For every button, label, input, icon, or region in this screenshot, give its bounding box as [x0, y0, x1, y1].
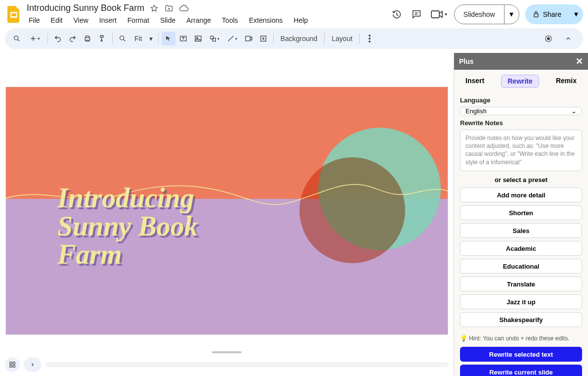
paint-format-icon[interactable]: [95, 32, 109, 46]
preset-translate[interactable]: Translate: [460, 277, 582, 291]
rewrite-current-slide-button[interactable]: Rewrite current slide: [460, 365, 582, 376]
grid-view-icon[interactable]: [5, 357, 20, 372]
svg-rect-21: [10, 365, 12, 367]
svg-rect-1: [11, 13, 16, 16]
textbox-tool-icon[interactable]: [176, 32, 190, 46]
preset-sales[interactable]: Sales: [460, 223, 582, 238]
svg-point-4: [14, 36, 18, 40]
collapse-toolbar-icon[interactable]: [561, 32, 575, 46]
redo-icon[interactable]: [66, 32, 80, 46]
notes-label: Rewrite Notes: [460, 119, 582, 127]
language-select[interactable]: English ⌄: [460, 107, 582, 115]
share-label: Share: [543, 10, 561, 18]
next-slide-icon[interactable]: [24, 357, 42, 372]
doc-title[interactable]: Introducing Sunny Book Farm: [27, 3, 144, 13]
svg-point-18: [547, 37, 550, 40]
search-menu-icon[interactable]: [10, 32, 24, 46]
menu-arrange[interactable]: Arrange: [184, 15, 213, 25]
menu-view[interactable]: View: [72, 15, 90, 25]
slide-canvas[interactable]: Introducing Sunny Book Farm: [5, 87, 448, 335]
preset-add-more-detail[interactable]: Add more detail: [460, 188, 582, 202]
close-icon[interactable]: ✕: [576, 56, 583, 67]
svg-rect-2: [431, 11, 439, 18]
chevron-down-icon: ⌄: [571, 107, 577, 115]
share-group: Share ▾: [525, 4, 583, 24]
toolbar: ▾ Fit ▾ ▾ ▾ Background Layout: [5, 28, 583, 49]
rewrite-selected-button[interactable]: Rewrite selected text: [460, 347, 582, 362]
background-button[interactable]: Background: [277, 35, 322, 43]
svg-rect-8: [195, 36, 201, 42]
svg-rect-12: [246, 36, 250, 41]
app-header: Introducing Sunny Book Farm File Edit Vi…: [0, 0, 588, 26]
language-label: Language: [460, 96, 582, 104]
insert-tool-icon[interactable]: [256, 32, 270, 46]
preset-jazz-it-up[interactable]: Jazz it up: [460, 294, 582, 309]
preset-shakespearify[interactable]: Shakespearify: [460, 312, 582, 327]
zoom-dropdown-icon[interactable]: ▾: [147, 32, 155, 46]
panel-title: Plus: [459, 57, 474, 65]
preset-label: or select a preset: [460, 176, 582, 184]
undo-icon[interactable]: [51, 32, 65, 46]
svg-rect-19: [10, 362, 12, 364]
svg-rect-22: [13, 365, 15, 367]
record-icon[interactable]: [542, 32, 555, 46]
slide-circle-shape[interactable]: [299, 157, 405, 263]
panel-tabs: Insert Rewrite Remix: [454, 70, 588, 93]
move-icon[interactable]: [164, 3, 174, 13]
preset-shorten[interactable]: Shorten: [460, 205, 582, 220]
svg-point-14: [369, 35, 371, 37]
svg-point-15: [369, 38, 371, 40]
svg-point-6: [120, 36, 124, 40]
new-slide-icon[interactable]: ▾: [25, 32, 44, 46]
tab-remix[interactable]: Remix: [550, 75, 583, 88]
tab-insert[interactable]: Insert: [460, 75, 490, 88]
slide-title-text[interactable]: Introducing Sunny Book Farm: [57, 184, 198, 269]
hint-text: 💡 Hint: You can undo + redo these edits.: [460, 335, 582, 342]
slideshow-dropdown[interactable]: ▾: [504, 5, 519, 24]
menu-help[interactable]: Help: [292, 15, 310, 25]
slideshow-group: Slideshow ▾: [454, 4, 519, 24]
rewrite-notes-input[interactable]: Provide notes on how you would like your…: [460, 130, 582, 171]
cloud-status-icon[interactable]: [179, 3, 189, 13]
filmstrip-scroll[interactable]: [45, 361, 449, 368]
preset-academic[interactable]: Academic: [460, 241, 582, 256]
slides-logo: [5, 5, 23, 23]
zoom-value[interactable]: Fit: [130, 35, 146, 43]
image-tool-icon[interactable]: [191, 32, 205, 46]
bottom-bar: [0, 353, 454, 376]
comment-icon[interactable]: [410, 7, 423, 21]
star-icon[interactable]: [149, 3, 159, 13]
history-icon[interactable]: [390, 7, 404, 21]
slideshow-button[interactable]: Slideshow: [455, 5, 504, 24]
shape-tool-icon[interactable]: ▾: [206, 32, 223, 46]
svg-point-10: [210, 36, 214, 40]
menu-tools[interactable]: Tools: [220, 15, 240, 25]
zoom-icon[interactable]: [116, 32, 129, 46]
line-tool-icon[interactable]: ▾: [224, 32, 241, 46]
share-button[interactable]: Share: [525, 4, 569, 24]
svg-rect-20: [13, 362, 15, 364]
share-dropdown[interactable]: ▾: [569, 4, 583, 24]
menu-edit[interactable]: Edit: [49, 15, 65, 25]
preset-educational[interactable]: Educational: [460, 259, 582, 274]
layout-button[interactable]: Layout: [328, 35, 356, 43]
menu-format[interactable]: Format: [126, 15, 151, 25]
menu-extensions[interactable]: Extensions: [247, 15, 285, 25]
svg-point-16: [369, 41, 371, 43]
select-tool-icon[interactable]: [162, 32, 175, 46]
video-tool-icon[interactable]: [242, 32, 255, 46]
print-icon[interactable]: [81, 32, 94, 46]
svg-rect-5: [85, 38, 89, 40]
menubar: File Edit View Insert Format Slide Arran…: [27, 14, 386, 25]
more-icon[interactable]: [363, 32, 377, 46]
svg-rect-3: [534, 13, 538, 17]
menu-file[interactable]: File: [27, 15, 42, 25]
tab-rewrite[interactable]: Rewrite: [501, 75, 539, 88]
menu-insert[interactable]: Insert: [97, 15, 119, 25]
meet-icon[interactable]: ▾: [429, 7, 448, 21]
menu-slide[interactable]: Slide: [158, 15, 177, 25]
language-value: English: [465, 107, 487, 115]
plus-side-panel: Plus ✕ Insert Rewrite Remix Language Eng…: [454, 53, 588, 376]
